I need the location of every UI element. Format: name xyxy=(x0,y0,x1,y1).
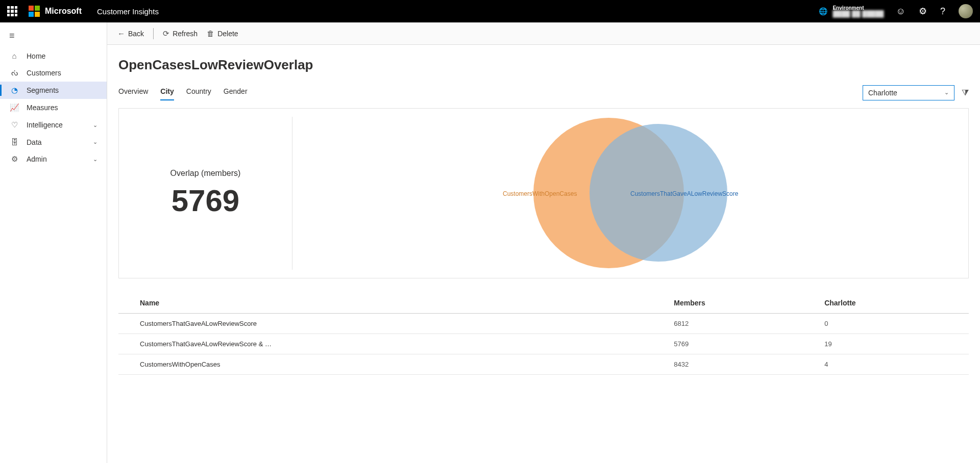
nav-home[interactable]: ⌂ Home xyxy=(0,47,107,64)
sidebar: ≡ ⌂ Home ᔔ Customers ◔ Segments 📈 Measur… xyxy=(0,22,107,463)
overlap-stat-value: 5769 xyxy=(172,183,239,218)
header-actions: ☺ ⚙ ? xyxy=(896,6,945,17)
nav-label: Segments xyxy=(27,86,59,94)
brand-name: Microsoft xyxy=(45,7,82,16)
chevron-down-icon: ⌄ xyxy=(93,139,97,145)
cell-facet: 4 xyxy=(818,354,969,375)
nav-customers[interactable]: ᔔ Customers xyxy=(0,64,107,82)
delete-button[interactable]: 🗑 Delete xyxy=(207,29,238,38)
tab-city[interactable]: City xyxy=(160,84,174,100)
help-icon[interactable]: ? xyxy=(940,6,945,17)
measures-icon: 📈 xyxy=(9,103,19,112)
nav-segments[interactable]: ◔ Segments xyxy=(0,82,107,99)
cell-facet: 19 xyxy=(818,334,969,354)
globe-icon: 🌐 xyxy=(818,7,827,16)
settings-icon[interactable]: ⚙ xyxy=(919,6,927,17)
admin-icon: ⚙ xyxy=(9,155,19,164)
nav-measures[interactable]: 📈 Measures xyxy=(0,99,107,116)
app-launcher-icon[interactable] xyxy=(7,6,17,16)
global-header: Microsoft Customer Insights 🌐 Environmen… xyxy=(0,0,980,22)
overlap-stat-label: Overlap (members) xyxy=(170,169,241,178)
trash-icon: 🗑 xyxy=(207,29,214,38)
chevron-down-icon: ⌄ xyxy=(93,122,97,128)
table-header-row: Name Members Charlotte xyxy=(118,293,969,314)
overlap-stat: Overlap (members) 5769 xyxy=(119,117,292,270)
cell-name: CustomersWithOpenCases xyxy=(118,354,668,375)
nav-label: Intelligence xyxy=(27,121,63,129)
cell-members: 8432 xyxy=(668,354,818,375)
dropdown-selected: Charlotte xyxy=(868,89,897,97)
venn-set-a-label: CustomersWithOpenCases xyxy=(503,190,577,197)
user-avatar[interactable] xyxy=(959,4,973,18)
refresh-icon: ⟳ xyxy=(163,29,169,38)
overlap-panel: Overlap (members) 5769 CustomersWithOpen… xyxy=(118,108,969,278)
customers-icon: ᔔ xyxy=(9,68,19,78)
nav-label: Customers xyxy=(27,69,61,77)
back-arrow-icon: ← xyxy=(117,29,125,38)
back-label: Back xyxy=(128,30,144,38)
cell-facet: 0 xyxy=(818,314,969,334)
collapse-nav-icon[interactable]: ≡ xyxy=(0,28,107,44)
nav-label: Admin xyxy=(27,155,47,163)
nav-admin[interactable]: ⚙ Admin ⌄ xyxy=(0,150,107,168)
nav-data[interactable]: 🗄 Data ⌄ xyxy=(0,134,107,150)
table-row[interactable]: CustomersWithOpenCases 8432 4 xyxy=(118,354,969,375)
tabs: Overview City Country Gender xyxy=(118,84,248,101)
page-title: OpenCasesLowReviewOverlap xyxy=(118,57,969,73)
microsoft-logo-icon xyxy=(29,6,40,17)
table-row[interactable]: CustomersThatGaveALowReviewScore 6812 0 xyxy=(118,314,969,334)
home-icon: ⌂ xyxy=(9,52,19,60)
tabs-row: Overview City Country Gender Charlotte ⌄… xyxy=(118,84,969,101)
feedback-icon[interactable]: ☺ xyxy=(896,6,905,17)
chevron-down-icon: ⌄ xyxy=(944,89,949,96)
nav-label: Measures xyxy=(27,104,58,112)
refresh-label: Refresh xyxy=(173,30,198,38)
separator xyxy=(153,28,154,39)
cell-name: CustomersThatGaveALowReviewScore xyxy=(118,314,668,334)
nav-intelligence[interactable]: ♡ Intelligence ⌄ xyxy=(0,116,107,134)
suite-name: Customer Insights xyxy=(97,7,159,16)
environment-value: ████ ██ █████ xyxy=(832,11,884,17)
intelligence-icon: ♡ xyxy=(9,120,19,130)
back-button[interactable]: ← Back xyxy=(117,29,144,38)
filter-icon[interactable]: ⧩ xyxy=(962,88,969,98)
command-bar: ← Back ⟳ Refresh 🗑 Delete xyxy=(107,22,980,45)
nav-label: Home xyxy=(27,52,45,60)
cell-name: CustomersThatGaveALowReviewScore & … xyxy=(118,334,668,354)
brand-block: Microsoft xyxy=(29,6,82,17)
tab-overview[interactable]: Overview xyxy=(118,84,148,100)
city-dropdown[interactable]: Charlotte ⌄ xyxy=(863,85,954,100)
table-row[interactable]: CustomersThatGaveALowReviewScore & … 576… xyxy=(118,334,969,354)
col-facet[interactable]: Charlotte xyxy=(818,293,969,314)
col-members[interactable]: Members xyxy=(668,293,818,314)
refresh-button[interactable]: ⟳ Refresh xyxy=(163,29,198,38)
members-table: Name Members Charlotte CustomersThatGave… xyxy=(118,293,969,375)
chevron-down-icon: ⌄ xyxy=(93,156,97,163)
delete-label: Delete xyxy=(217,30,238,38)
nav-label: Data xyxy=(27,138,42,146)
venn-chart: CustomersWithOpenCases CustomersThatGave… xyxy=(292,117,968,270)
cell-members: 5769 xyxy=(668,334,818,354)
tab-country[interactable]: Country xyxy=(186,84,211,100)
main-area: ← Back ⟳ Refresh 🗑 Delete OpenCasesLowRe… xyxy=(107,22,980,463)
tab-gender[interactable]: Gender xyxy=(224,84,248,100)
environment-picker[interactable]: 🌐 Environment ████ ██ █████ xyxy=(818,5,884,17)
venn-set-b-label: CustomersThatGaveALowReviewScore xyxy=(630,190,738,197)
segments-icon: ◔ xyxy=(9,86,19,95)
cell-members: 6812 xyxy=(668,314,818,334)
data-icon: 🗄 xyxy=(9,138,19,146)
col-name[interactable]: Name xyxy=(118,293,668,314)
content: OpenCasesLowReviewOverlap Overview City … xyxy=(107,45,980,387)
